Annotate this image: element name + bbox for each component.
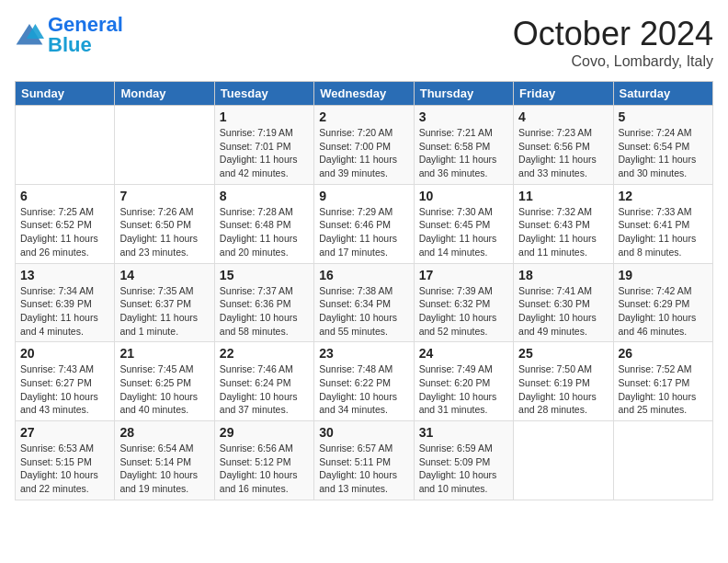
- location-subtitle: Covo, Lombardy, Italy: [513, 53, 713, 70]
- calendar-cell: [514, 421, 613, 500]
- day-number: 30: [319, 425, 408, 440]
- day-number: 11: [518, 189, 608, 203]
- header: General Blue October 2024 Covo, Lombardy…: [15, 15, 713, 70]
- day-detail: Sunrise: 6:54 AM Sunset: 5:14 PM Dayligh…: [119, 442, 209, 496]
- day-detail: Sunrise: 7:46 AM Sunset: 6:24 PM Dayligh…: [220, 362, 309, 417]
- calendar-cell: 21Sunrise: 7:45 AM Sunset: 6:25 PM Dayli…: [115, 342, 214, 421]
- calendar-cell: 14Sunrise: 7:35 AM Sunset: 6:37 PM Dayli…: [115, 263, 214, 342]
- title-area: October 2024 Covo, Lombardy, Italy: [513, 15, 713, 70]
- calendar-cell: 19Sunrise: 7:42 AM Sunset: 6:29 PM Dayli…: [613, 263, 712, 342]
- day-number: 8: [220, 189, 309, 203]
- calendar-cell: [16, 106, 115, 185]
- day-detail: Sunrise: 7:19 AM Sunset: 7:01 PM Dayligh…: [220, 126, 309, 180]
- day-number: 20: [20, 346, 109, 361]
- day-detail: Sunrise: 7:25 AM Sunset: 6:52 PM Dayligh…: [20, 205, 109, 259]
- logo-icon: [15, 22, 44, 48]
- day-number: 19: [619, 268, 708, 282]
- day-detail: Sunrise: 7:41 AM Sunset: 6:30 PM Dayligh…: [518, 284, 608, 339]
- calendar-table: SundayMondayTuesdayWednesdayThursdayFrid…: [15, 81, 713, 500]
- day-number: 15: [220, 268, 309, 282]
- day-number: 7: [119, 189, 209, 203]
- day-number: 9: [319, 189, 408, 203]
- day-detail: Sunrise: 7:23 AM Sunset: 6:56 PM Dayligh…: [518, 126, 608, 180]
- day-detail: Sunrise: 6:59 AM Sunset: 5:09 PM Dayligh…: [419, 442, 508, 496]
- day-number: 31: [419, 425, 508, 440]
- week-row-3: 13Sunrise: 7:34 AM Sunset: 6:39 PM Dayli…: [16, 263, 713, 342]
- calendar-cell: 9Sunrise: 7:29 AM Sunset: 6:46 PM Daylig…: [314, 184, 414, 263]
- day-number: 27: [20, 425, 109, 440]
- day-detail: Sunrise: 6:53 AM Sunset: 5:15 PM Dayligh…: [20, 442, 109, 496]
- day-number: 22: [220, 346, 309, 361]
- logo: General Blue: [15, 15, 123, 55]
- calendar-cell: 8Sunrise: 7:28 AM Sunset: 6:48 PM Daylig…: [214, 184, 313, 263]
- week-row-5: 27Sunrise: 6:53 AM Sunset: 5:15 PM Dayli…: [16, 421, 713, 500]
- calendar-cell: [613, 421, 712, 500]
- day-number: 2: [319, 109, 408, 124]
- calendar-cell: 12Sunrise: 7:33 AM Sunset: 6:41 PM Dayli…: [613, 184, 712, 263]
- calendar-body: 1Sunrise: 7:19 AM Sunset: 7:01 PM Daylig…: [16, 106, 713, 500]
- day-detail: Sunrise: 7:52 AM Sunset: 6:17 PM Dayligh…: [619, 362, 708, 417]
- day-number: 29: [220, 425, 309, 440]
- day-detail: Sunrise: 7:26 AM Sunset: 6:50 PM Dayligh…: [119, 205, 209, 259]
- day-detail: Sunrise: 6:56 AM Sunset: 5:12 PM Dayligh…: [220, 442, 309, 496]
- calendar-cell: 26Sunrise: 7:52 AM Sunset: 6:17 PM Dayli…: [613, 342, 712, 421]
- day-detail: Sunrise: 7:42 AM Sunset: 6:29 PM Dayligh…: [619, 284, 708, 339]
- day-detail: Sunrise: 7:21 AM Sunset: 6:58 PM Dayligh…: [419, 126, 508, 180]
- day-number: 6: [20, 189, 109, 203]
- day-number: 4: [518, 109, 608, 124]
- week-row-4: 20Sunrise: 7:43 AM Sunset: 6:27 PM Dayli…: [16, 342, 713, 421]
- calendar-cell: 7Sunrise: 7:26 AM Sunset: 6:50 PM Daylig…: [115, 184, 214, 263]
- day-detail: Sunrise: 7:30 AM Sunset: 6:45 PM Dayligh…: [419, 205, 508, 259]
- day-number: 23: [319, 346, 408, 361]
- day-number: 24: [419, 346, 508, 361]
- day-detail: Sunrise: 7:38 AM Sunset: 6:34 PM Dayligh…: [319, 284, 408, 339]
- calendar-cell: 30Sunrise: 6:57 AM Sunset: 5:11 PM Dayli…: [314, 421, 414, 500]
- logo-blue: Blue: [48, 33, 92, 56]
- day-detail: Sunrise: 7:37 AM Sunset: 6:36 PM Dayligh…: [220, 284, 309, 339]
- week-row-2: 6Sunrise: 7:25 AM Sunset: 6:52 PM Daylig…: [16, 184, 713, 263]
- day-detail: Sunrise: 7:50 AM Sunset: 6:19 PM Dayligh…: [518, 362, 608, 417]
- calendar-cell: 29Sunrise: 6:56 AM Sunset: 5:12 PM Dayli…: [214, 421, 313, 500]
- day-header-wednesday: Wednesday: [314, 82, 414, 106]
- header-row: SundayMondayTuesdayWednesdayThursdayFrid…: [16, 82, 713, 106]
- calendar-cell: 24Sunrise: 7:49 AM Sunset: 6:20 PM Dayli…: [414, 342, 513, 421]
- day-detail: Sunrise: 7:43 AM Sunset: 6:27 PM Dayligh…: [20, 362, 109, 417]
- day-detail: Sunrise: 7:24 AM Sunset: 6:54 PM Dayligh…: [619, 126, 708, 180]
- calendar-cell: 4Sunrise: 7:23 AM Sunset: 6:56 PM Daylig…: [514, 106, 613, 185]
- day-number: 12: [619, 189, 708, 203]
- calendar-cell: 10Sunrise: 7:30 AM Sunset: 6:45 PM Dayli…: [414, 184, 513, 263]
- day-detail: Sunrise: 7:29 AM Sunset: 6:46 PM Dayligh…: [319, 205, 408, 259]
- day-number: 28: [119, 425, 209, 440]
- calendar-cell: 15Sunrise: 7:37 AM Sunset: 6:36 PM Dayli…: [214, 263, 313, 342]
- day-number: 3: [419, 109, 508, 124]
- day-number: 17: [419, 268, 508, 282]
- calendar-cell: 6Sunrise: 7:25 AM Sunset: 6:52 PM Daylig…: [16, 184, 115, 263]
- calendar-cell: 3Sunrise: 7:21 AM Sunset: 6:58 PM Daylig…: [414, 106, 513, 185]
- day-header-saturday: Saturday: [613, 82, 712, 106]
- day-header-sunday: Sunday: [16, 82, 115, 106]
- day-number: 5: [619, 109, 708, 124]
- day-detail: Sunrise: 7:45 AM Sunset: 6:25 PM Dayligh…: [119, 362, 209, 417]
- day-header-monday: Monday: [115, 82, 214, 106]
- day-header-tuesday: Tuesday: [214, 82, 313, 106]
- day-detail: Sunrise: 7:48 AM Sunset: 6:22 PM Dayligh…: [319, 362, 408, 417]
- day-detail: Sunrise: 7:20 AM Sunset: 7:00 PM Dayligh…: [319, 126, 408, 180]
- calendar-cell: 17Sunrise: 7:39 AM Sunset: 6:32 PM Dayli…: [414, 263, 513, 342]
- calendar-cell: 16Sunrise: 7:38 AM Sunset: 6:34 PM Dayli…: [314, 263, 414, 342]
- day-number: 16: [319, 268, 408, 282]
- calendar-cell: 28Sunrise: 6:54 AM Sunset: 5:14 PM Dayli…: [115, 421, 214, 500]
- day-detail: Sunrise: 7:39 AM Sunset: 6:32 PM Dayligh…: [419, 284, 508, 339]
- calendar-cell: 18Sunrise: 7:41 AM Sunset: 6:30 PM Dayli…: [514, 263, 613, 342]
- calendar-cell: 20Sunrise: 7:43 AM Sunset: 6:27 PM Dayli…: [16, 342, 115, 421]
- day-number: 14: [119, 268, 209, 282]
- calendar-cell: 22Sunrise: 7:46 AM Sunset: 6:24 PM Dayli…: [214, 342, 313, 421]
- day-detail: Sunrise: 6:57 AM Sunset: 5:11 PM Dayligh…: [319, 442, 408, 496]
- day-detail: Sunrise: 7:28 AM Sunset: 6:48 PM Dayligh…: [220, 205, 309, 259]
- calendar-cell: 11Sunrise: 7:32 AM Sunset: 6:43 PM Dayli…: [514, 184, 613, 263]
- calendar-cell: 25Sunrise: 7:50 AM Sunset: 6:19 PM Dayli…: [514, 342, 613, 421]
- day-detail: Sunrise: 7:33 AM Sunset: 6:41 PM Dayligh…: [619, 205, 708, 259]
- day-number: 26: [619, 346, 708, 361]
- calendar-header: SundayMondayTuesdayWednesdayThursdayFrid…: [16, 82, 713, 106]
- calendar-cell: 31Sunrise: 6:59 AM Sunset: 5:09 PM Dayli…: [414, 421, 513, 500]
- calendar-cell: 5Sunrise: 7:24 AM Sunset: 6:54 PM Daylig…: [613, 106, 712, 185]
